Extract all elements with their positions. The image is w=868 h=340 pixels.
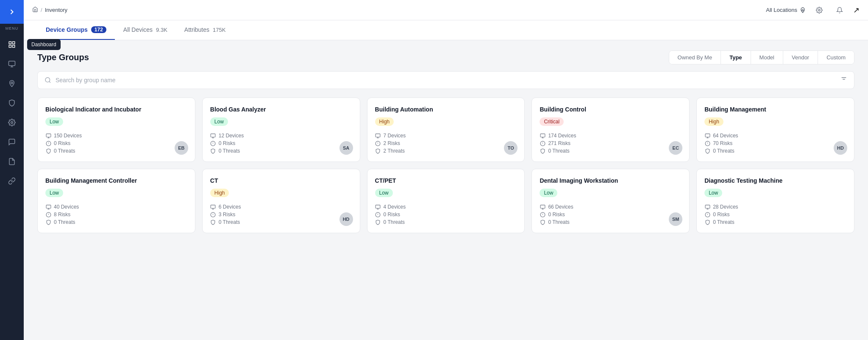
device-card[interactable]: Dental Imaging Workstation Low 66 Device… <box>531 169 690 233</box>
threats-count: 0 Threats <box>384 219 405 225</box>
devices-icon <box>375 204 381 210</box>
search-bar <box>37 71 854 89</box>
breadcrumb-separator: / <box>41 7 42 13</box>
filter-toggle-icon[interactable] <box>840 76 847 84</box>
svg-point-9 <box>802 9 804 11</box>
risks-count: 0 Risks <box>384 212 400 217</box>
search-input[interactable] <box>56 77 836 84</box>
main-wrapper: / Inventory All Locations <box>24 0 868 340</box>
card-stats: 4 Devices 0 Risks 0 Threats <box>375 204 517 225</box>
devices-icon <box>45 133 51 139</box>
device-card[interactable]: Building Control Critical 174 Devices 27… <box>531 98 690 162</box>
location-selector[interactable]: All Locations <box>766 7 806 13</box>
filter-owned-by-me[interactable]: Owned By Me <box>669 51 721 64</box>
card-avatar: HD <box>339 212 353 226</box>
svg-rect-46 <box>46 205 51 209</box>
cursor-indicator: ↗ <box>853 6 860 15</box>
devices-count: 4 Devices <box>384 204 406 210</box>
sidebar-item-messages[interactable] <box>3 134 20 150</box>
risks-count: 8 Risks <box>54 212 70 217</box>
svg-point-11 <box>45 78 50 82</box>
svg-rect-40 <box>705 134 710 137</box>
devices-count: 12 Devices <box>219 133 244 139</box>
risks-count: 3 Risks <box>219 212 235 217</box>
filter-vendor[interactable]: Vendor <box>783 51 818 64</box>
sidebar-toggle[interactable] <box>0 0 24 24</box>
threats-icon <box>210 219 216 225</box>
risk-badge: Low <box>540 189 557 197</box>
settings-icon[interactable] <box>812 3 826 17</box>
device-card[interactable]: Blood Gas Analyzer Low 12 Devices 0 Risk… <box>202 98 360 162</box>
svg-rect-52 <box>211 205 215 209</box>
threats-count: 0 Threats <box>713 219 734 225</box>
svg-rect-3 <box>13 45 15 47</box>
sidebar-item-map[interactable] <box>3 75 20 92</box>
stat-devices: 150 Devices <box>45 133 187 139</box>
svg-rect-70 <box>705 205 710 209</box>
threats-icon <box>210 148 216 154</box>
devices-count: 174 Devices <box>548 133 576 139</box>
risks-icon <box>210 140 216 146</box>
devices-count: 6 Devices <box>219 204 241 210</box>
sidebar-item-devices[interactable] <box>3 56 20 72</box>
stat-devices: 4 Devices <box>375 204 517 210</box>
tab-attributes[interactable]: Attributes 175K <box>176 20 234 40</box>
sidebar-item-documents[interactable] <box>3 153 20 170</box>
risk-badge: Critical <box>540 117 564 126</box>
sidebar-item-shield[interactable] <box>3 95 20 111</box>
card-stats: 40 Devices 8 Risks 0 Threats <box>45 204 187 225</box>
risks-icon <box>540 212 545 217</box>
device-card[interactable]: Diagnostic Testing Machine Low 28 Device… <box>696 169 854 233</box>
stat-threats: 0 Threats <box>540 219 682 225</box>
sidebar-item-settings[interactable] <box>3 114 20 131</box>
device-card[interactable]: CT/PET Low 4 Devices 0 Risks 0 Threats <box>367 169 525 233</box>
devices-icon <box>704 204 710 210</box>
devices-icon <box>45 204 51 210</box>
sidebar-item-dashboard[interactable]: Dashboard <box>3 36 20 53</box>
risks-icon <box>375 212 381 217</box>
stat-threats: 0 Threats <box>45 148 187 154</box>
devices-icon <box>704 133 710 139</box>
stat-risks: 0 Risks <box>704 212 846 217</box>
card-title: CT/PET <box>375 177 517 184</box>
risks-count: 0 Risks <box>713 212 729 217</box>
device-card[interactable]: Building Management Controller Low 40 De… <box>37 169 195 233</box>
device-card[interactable]: Building Management High 64 Devices 70 R… <box>696 98 854 162</box>
filter-type[interactable]: Type <box>721 51 751 64</box>
sidebar-item-links[interactable] <box>3 173 20 190</box>
risk-badge: High <box>375 117 394 126</box>
risks-count: 0 Risks <box>219 140 235 146</box>
risk-badge: High <box>210 189 229 197</box>
risks-icon <box>704 212 710 217</box>
svg-rect-16 <box>46 134 51 137</box>
devices-icon <box>210 133 216 139</box>
tab-device-groups[interactable]: Device Groups 172 <box>37 20 115 40</box>
breadcrumb-home-icon[interactable] <box>32 6 38 14</box>
threats-count: 0 Threats <box>548 148 569 154</box>
svg-point-10 <box>818 9 820 11</box>
filter-custom[interactable]: Custom <box>818 51 854 64</box>
topbar: / Inventory All Locations <box>24 0 868 20</box>
notification-icon[interactable] <box>833 3 846 17</box>
risk-badge: Low <box>704 189 722 197</box>
tab-attributes-label: Attributes <box>184 26 209 33</box>
devices-icon <box>540 133 545 139</box>
filter-model[interactable]: Model <box>751 51 783 64</box>
threats-icon <box>375 148 381 154</box>
tab-all-devices[interactable]: All Devices 9.3K <box>115 20 176 40</box>
stat-devices: 174 Devices <box>540 133 682 139</box>
stat-risks: 271 Risks <box>540 140 682 146</box>
stat-risks: 0 Risks <box>540 212 682 217</box>
threats-icon <box>704 148 710 154</box>
device-card[interactable]: Building Automation High 7 Devices 2 Ris… <box>367 98 525 162</box>
device-card[interactable]: CT High 6 Devices 3 Risks 0 Threats HD <box>202 169 360 233</box>
card-title: Biological Indicator and Incubator <box>45 106 187 113</box>
risk-badge: Low <box>45 117 63 126</box>
card-stats: 64 Devices 70 Risks 0 Threats <box>704 133 846 154</box>
device-card[interactable]: Biological Indicator and Incubator Low 1… <box>37 98 195 162</box>
stat-threats: 0 Threats <box>45 219 187 225</box>
risks-icon <box>45 140 51 146</box>
card-avatar: SA <box>339 141 353 155</box>
stat-risks: 3 Risks <box>210 212 352 217</box>
devices-count: 28 Devices <box>713 204 738 210</box>
